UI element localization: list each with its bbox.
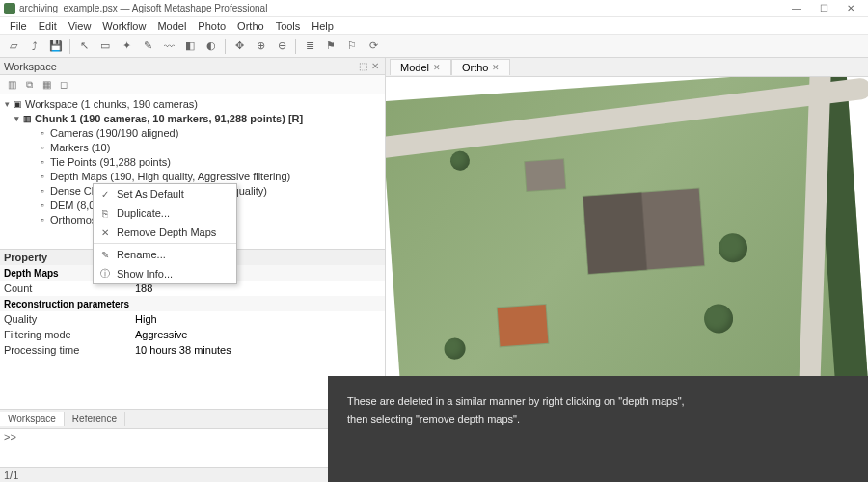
tab-ortho-label: Ortho: [462, 62, 489, 73]
tree-item[interactable]: ▫Tie Points (91,288 points): [0, 154, 385, 169]
context-label: Show Info...: [117, 268, 173, 280]
workspace-panel-title: Workspace: [4, 61, 57, 72]
contrast-icon[interactable]: ◐: [202, 37, 221, 56]
pointer-icon[interactable]: ↖: [74, 37, 94, 56]
panel-close-icon[interactable]: ✕: [369, 61, 381, 71]
context-label: Rename...: [117, 249, 166, 260]
eraser-icon[interactable]: ◧: [180, 37, 200, 56]
nav-view-icon[interactable]: ✥: [230, 37, 249, 56]
property-value: 10 hours 38 minutes: [135, 344, 231, 356]
tab-ortho[interactable]: Ortho✕: [451, 59, 511, 75]
flag-icon: ▫: [37, 142, 48, 153]
save-icon[interactable]: 💾: [46, 37, 66, 56]
context-menu[interactable]: ✓Set As Default⎘Duplicate...✕Remove Dept…: [93, 183, 237, 284]
property-value: High: [135, 313, 157, 325]
property-key: Quality: [0, 313, 135, 325]
menu-help[interactable]: Help: [306, 20, 339, 32]
context-label: Set As Default: [117, 188, 184, 200]
panel-float-icon[interactable]: ⬚: [357, 61, 369, 71]
close-icon[interactable]: ✕: [492, 63, 500, 72]
tutorial-caption: These are deleted in a similar manner by…: [328, 376, 868, 482]
context-icon: ⎘: [99, 208, 111, 219]
property-value: Aggressive: [135, 329, 187, 340]
refresh-icon[interactable]: ⟳: [364, 37, 383, 56]
app-icon: [4, 3, 15, 14]
camera-icon: ▫: [37, 127, 48, 139]
markers-icon[interactable]: ⚑: [321, 37, 340, 56]
tree-item-label: Depth Maps (190, High quality, Aggressiv…: [50, 171, 290, 182]
property-row: Filtering modeAggressive: [0, 327, 385, 342]
context-menu-item[interactable]: ✕Remove Depth Maps: [94, 223, 236, 242]
menu-edit[interactable]: Edit: [33, 20, 63, 32]
add-chunk-icon[interactable]: ▥: [4, 77, 19, 93]
tree-chunk[interactable]: ▾ ▥ Chunk 1 (190 cameras, 10 markers, 91…: [0, 111, 385, 125]
workspace-icon: ▣: [12, 98, 23, 110]
context-menu-item[interactable]: ✓Set As Default: [94, 184, 236, 203]
maximize-button[interactable]: ☐: [810, 3, 837, 13]
menu-photo[interactable]: Photo: [192, 20, 231, 32]
console-prompt: >>: [4, 431, 16, 442]
pencil-icon[interactable]: ✎: [138, 37, 157, 56]
context-icon: ⓘ: [99, 267, 111, 281]
context-menu-item[interactable]: ✎Rename...: [94, 245, 236, 264]
status-text: 1/1: [4, 469, 18, 481]
align-icon[interactable]: ▦: [39, 77, 54, 93]
menu-workflow[interactable]: Workflow: [96, 20, 151, 32]
context-menu-item[interactable]: ⎘Duplicate...: [94, 203, 236, 223]
property-row: QualityHigh: [0, 311, 385, 327]
minimize-button[interactable]: —: [783, 3, 810, 13]
context-menu-item[interactable]: ⓘShow Info...: [94, 264, 236, 283]
tab-model[interactable]: Model✕: [390, 59, 451, 75]
zoom-in-icon[interactable]: ⊕: [251, 37, 270, 56]
context-label: Duplicate...: [117, 207, 170, 219]
properties-section-recon: Reconstruction parameters: [0, 296, 385, 311]
menu-tools[interactable]: Tools: [270, 20, 307, 32]
tab-workspace[interactable]: Workspace: [0, 412, 65, 426]
main-toolbar: ▱⤴💾↖▭✦✎〰◧◐✥⊕⊖≣⚑⚐⟳: [0, 35, 868, 58]
tree-item[interactable]: ▫Markers (10): [0, 140, 385, 154]
dense-icon: ▫: [37, 185, 48, 197]
chunk-icon: ▥: [21, 113, 33, 124]
zoom-out-icon[interactable]: ⊖: [272, 37, 291, 56]
rect-select-icon[interactable]: ▭: [95, 37, 115, 56]
viewport-tabs: Model✕ Ortho✕: [386, 58, 868, 77]
titlebar: archiving_example.psx — Agisoft Metashap…: [0, 0, 868, 17]
add-photos-icon[interactable]: ⧉: [21, 77, 37, 93]
context-label: Remove Depth Maps: [117, 227, 216, 238]
new-doc-icon[interactable]: ▱: [4, 37, 23, 56]
menu-ortho[interactable]: Ortho: [231, 20, 270, 32]
open-icon[interactable]: ⤴: [25, 37, 44, 56]
close-icon[interactable]: ✕: [433, 63, 441, 72]
dem-icon: ▫: [37, 200, 48, 211]
tree-item-label: Tie Points (91,288 points): [50, 156, 171, 168]
tree-item-label: Markers (10): [50, 142, 110, 153]
tree-item[interactable]: ▫Cameras (190/190 aligned): [0, 125, 385, 140]
tree-item-label: Cameras (190/190 aligned): [50, 127, 178, 139]
points-icon: ▫: [37, 156, 48, 168]
menu-file[interactable]: File: [4, 20, 33, 32]
wand-icon[interactable]: ✦: [117, 37, 136, 56]
property-row: Processing time10 hours 38 minutes: [0, 342, 385, 358]
caption-line2: then selecting "remove depth maps".: [347, 412, 849, 428]
camera-icon[interactable]: ◻: [56, 77, 71, 93]
close-button[interactable]: ✕: [837, 3, 864, 13]
workspace-toolbar: ▥ ⧉ ▦ ◻: [0, 75, 385, 94]
ortho-icon: ▫: [37, 214, 48, 226]
tree-item[interactable]: ▫Depth Maps (190, High quality, Aggressi…: [0, 169, 385, 183]
context-icon: ✎: [99, 250, 111, 260]
context-icon: ✓: [99, 189, 111, 200]
menu-view[interactable]: View: [63, 20, 97, 32]
window-title: archiving_example.psx — Agisoft Metashap…: [19, 3, 783, 13]
tree-root[interactable]: ▾ ▣ Workspace (1 chunks, 190 cameras): [0, 96, 385, 111]
property-key: Filtering mode: [0, 329, 135, 340]
tab-model-label: Model: [400, 62, 429, 73]
menu-model[interactable]: Model: [151, 20, 192, 32]
tab-reference[interactable]: Reference: [65, 412, 125, 426]
brush-icon[interactable]: 〰: [159, 37, 178, 56]
layers-icon[interactable]: ≣: [300, 37, 319, 56]
tree-chunk-label: Chunk 1 (190 cameras, 10 markers, 91,288…: [35, 113, 303, 124]
property-key: Processing time: [0, 344, 135, 356]
tree-root-label: Workspace (1 chunks, 190 cameras): [25, 98, 198, 110]
depth-icon: ▫: [37, 171, 48, 182]
flag-icon[interactable]: ⚐: [342, 37, 362, 56]
